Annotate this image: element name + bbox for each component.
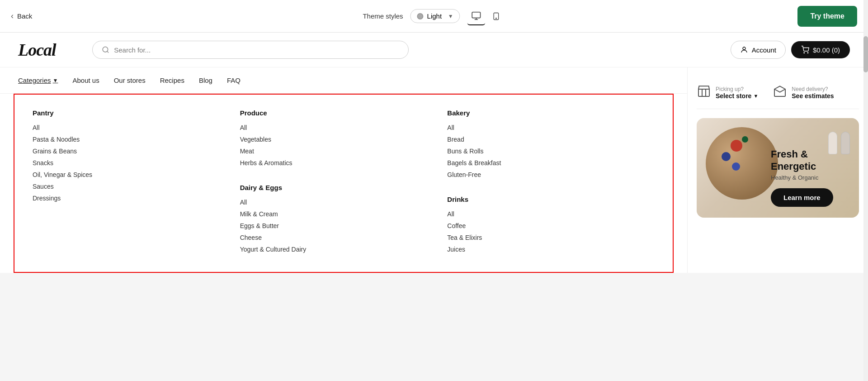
pantry-section: Pantry All Pasta & Noodles Grains & Bean… [33, 109, 240, 257]
promo-title: Fresh & Energetic [771, 148, 848, 172]
blueberry-icon [722, 152, 731, 161]
cart-button[interactable]: $0.00 (0) [791, 41, 850, 58]
drinks-title: Drinks [447, 195, 646, 203]
nav-item-about[interactable]: About us [72, 76, 99, 84]
top-bar: ‹ Back Theme styles Light ▼ [0, 0, 868, 33]
bakery-drinks-section: Bakery All Bread Buns & Rolls Bagels & B… [447, 109, 655, 257]
nav-item-blog[interactable]: Blog [199, 76, 212, 84]
pantry-grains[interactable]: Grains & Beans [33, 148, 231, 155]
select-store-label: Select store [716, 92, 751, 100]
produce-meat[interactable]: Meat [240, 148, 439, 155]
dairy-yogurt[interactable]: Yogurt & Cultured Dairy [240, 246, 439, 253]
scrollbar-thumb[interactable] [863, 36, 868, 72]
chevron-down-icon: ▼ [53, 77, 58, 84]
left-panel: Categories ▼ About us Our stores Recipes… [0, 67, 687, 273]
learn-more-button[interactable]: Learn more [771, 188, 833, 207]
bakery-buns[interactable]: Buns & Rolls [447, 148, 646, 155]
cart-label: $0.00 (0) [813, 46, 840, 54]
right-panel: Picking up? Select store ▼ Need delivery… [687, 67, 868, 273]
logo-text: Local [18, 40, 56, 59]
view-icons [467, 7, 505, 25]
dairy-cheese[interactable]: Cheese [240, 234, 439, 241]
store-delivery-bar: Picking up? Select store ▼ Need delivery… [697, 76, 859, 109]
account-label: Account [752, 46, 776, 54]
pantry-all[interactable]: All [33, 124, 231, 131]
pickup-info: Picking up? Select store ▼ [716, 86, 758, 100]
strawberry-icon [731, 140, 742, 152]
theme-dot-icon [417, 13, 424, 19]
pickup-option: Picking up? Select store ▼ [697, 84, 758, 101]
account-button[interactable]: Account [731, 41, 786, 59]
pantry-snacks[interactable]: Snacks [33, 159, 231, 167]
svg-line-6 [107, 51, 108, 52]
site-header: Local Account $0.00 (0) [0, 33, 868, 67]
nav-item-stores[interactable]: Our stores [114, 76, 146, 84]
svg-rect-0 [472, 12, 480, 18]
dairy-all[interactable]: All [240, 199, 439, 206]
cart-icon [801, 46, 809, 54]
store-icon [697, 84, 711, 101]
back-label: Back [17, 12, 32, 20]
produce-herbs[interactable]: Herbs & Aromatics [240, 159, 439, 167]
search-icon [102, 46, 109, 54]
nav-bar: Categories ▼ About us Our stores Recipes… [0, 67, 687, 94]
pantry-pasta[interactable]: Pasta & Noodles [33, 136, 231, 143]
svg-point-8 [804, 52, 805, 53]
delivery-icon [773, 84, 787, 101]
back-button[interactable]: ‹ Back [11, 11, 32, 21]
nav-item-categories[interactable]: Categories ▼ [18, 76, 58, 84]
pantry-oil[interactable]: Oil, Vinegar & Spices [33, 171, 231, 178]
drinks-tea[interactable]: Tea & Elixirs [447, 234, 646, 241]
categories-label: Categories [18, 76, 51, 84]
header-actions: Account $0.00 (0) [731, 41, 850, 59]
mobile-view-button[interactable] [487, 7, 505, 25]
theme-styles-label: Theme styles [363, 12, 403, 20]
delivery-label: Need delivery? [792, 86, 834, 92]
produce-vegetables[interactable]: Vegetables [240, 136, 439, 143]
food-bowl-visual [706, 127, 778, 200]
theme-dropdown[interactable]: Light ▼ [410, 9, 460, 23]
see-estimates-label: See estimates [792, 92, 834, 100]
promo-subtitle: Healthy & Organic [771, 174, 848, 181]
produce-all[interactable]: All [240, 124, 439, 131]
bakery-bagels[interactable]: Bagels & Breakfast [447, 159, 646, 167]
pantry-sauces[interactable]: Sauces [33, 183, 231, 190]
nav-item-faq[interactable]: FAQ [227, 76, 241, 84]
search-input[interactable] [114, 46, 399, 54]
nav-item-recipes[interactable]: Recipes [160, 76, 184, 84]
bakery-all[interactable]: All [447, 124, 646, 131]
produce-dairy-section: Produce All Vegetables Meat Herbs & Arom… [240, 109, 448, 257]
back-arrow-icon: ‹ [11, 11, 14, 21]
svg-point-5 [103, 47, 108, 52]
chevron-down-icon: ▼ [753, 93, 758, 99]
storefront-icon [697, 84, 711, 98]
dairy-milk[interactable]: Milk & Cream [240, 210, 439, 218]
delivery-option: Need delivery? See estimates [773, 84, 834, 101]
desktop-view-button[interactable] [467, 7, 486, 25]
box-icon [773, 84, 787, 98]
mobile-icon [492, 11, 500, 21]
categories-dropdown: Pantry All Pasta & Noodles Grains & Bean… [14, 94, 674, 273]
dairy-eggs-title: Dairy & Eggs [240, 184, 439, 191]
bakery-bread[interactable]: Bread [447, 136, 646, 143]
drinks-coffee[interactable]: Coffee [447, 222, 646, 229]
dairy-eggs[interactable]: Eggs & Butter [240, 222, 439, 229]
produce-title: Produce [240, 109, 439, 117]
scrollbar[interactable] [863, 0, 868, 381]
drinks-juices[interactable]: Juices [447, 246, 646, 253]
search-bar[interactable] [92, 41, 409, 59]
bakery-glutenfree[interactable]: Gluten-Free [447, 171, 646, 178]
pantry-dressings[interactable]: Dressings [33, 195, 231, 202]
promo-text-area: Fresh & Energetic Healthy & Organic Lear… [771, 148, 848, 207]
user-icon [740, 46, 748, 54]
site-logo: Local [18, 40, 81, 60]
main-content: Categories ▼ About us Our stores Recipes… [0, 67, 868, 273]
drinks-all[interactable]: All [447, 210, 646, 218]
pantry-title: Pantry [33, 109, 231, 117]
see-estimates-button[interactable]: See estimates [792, 92, 834, 100]
blueberry2-icon [732, 162, 740, 171]
select-store-button[interactable]: Select store ▼ [716, 92, 758, 100]
chevron-down-icon: ▼ [448, 13, 453, 19]
leaf-icon [742, 136, 748, 143]
try-theme-button[interactable]: Try theme [797, 6, 857, 27]
